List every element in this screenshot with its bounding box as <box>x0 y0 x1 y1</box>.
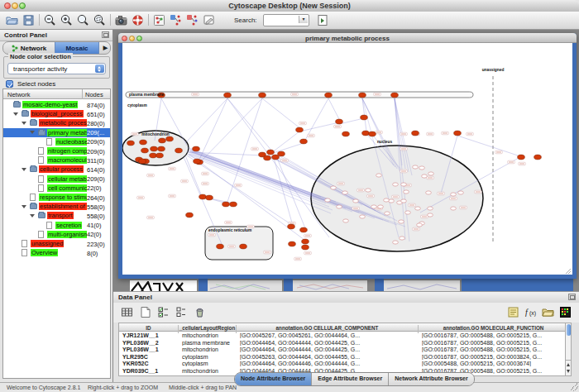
graph-node-small[interactable] <box>384 198 390 202</box>
graph-node[interactable] <box>325 93 333 98</box>
annotation-icon[interactable] <box>202 13 216 27</box>
graph-node[interactable] <box>300 139 308 144</box>
import-attributes-icon[interactable] <box>541 305 555 319</box>
attribute-batch-icon[interactable] <box>120 305 134 319</box>
tree-row[interactable]: cellular metabo209(0) <box>3 174 110 184</box>
graph-node[interactable] <box>361 115 368 120</box>
tree-row[interactable]: mosaic-demo-yeast874(0) <box>3 100 110 109</box>
graph-node[interactable] <box>224 93 232 98</box>
graph-node[interactable] <box>300 227 308 232</box>
tree-row[interactable]: primary metabo209(... <box>3 128 110 137</box>
zoom-fit-icon[interactable] <box>76 13 90 27</box>
graph-node-small[interactable] <box>376 174 382 177</box>
graph-node-small[interactable] <box>360 215 366 218</box>
graph-node-small[interactable] <box>404 190 409 194</box>
graph-node-small[interactable] <box>393 183 399 186</box>
expand-arrow-icon[interactable] <box>30 131 35 134</box>
graph-node-small[interactable] <box>428 213 433 217</box>
new-attribute-icon[interactable] <box>138 305 152 319</box>
graph-node-small[interactable] <box>378 205 384 208</box>
graph-node[interactable] <box>158 146 165 151</box>
tree-row[interactable]: transport558(0) <box>3 211 110 220</box>
tree-row[interactable]: response to stimulu264(0) <box>3 193 110 202</box>
graph-node-small[interactable] <box>426 191 432 194</box>
tree-row[interactable]: nitrogen compo209(0) <box>3 146 110 155</box>
graph-node[interactable] <box>127 141 135 146</box>
graph-node[interactable] <box>217 244 224 249</box>
scroll-up-icon[interactable] <box>567 363 570 366</box>
graph-node[interactable] <box>259 93 266 98</box>
graph-node[interactable] <box>369 131 376 136</box>
graph-node[interactable] <box>288 224 295 229</box>
tab-network[interactable]: Network <box>3 42 55 54</box>
expand-arrow-icon[interactable] <box>22 205 26 208</box>
tree-row[interactable]: multi-organism pro42(0) <box>3 230 110 239</box>
expand-arrow-icon[interactable] <box>22 168 26 171</box>
graph-node-small[interactable] <box>366 189 371 192</box>
graph-node[interactable] <box>156 153 164 158</box>
graph-node[interactable] <box>342 131 350 136</box>
scroll-down-icon[interactable] <box>567 370 570 373</box>
graph-node-small[interactable] <box>337 205 342 208</box>
graph-node-small[interactable] <box>458 191 464 194</box>
table-row[interactable]: YJR121W__1mitochondrion[GO:0045267, GO:0… <box>119 332 569 340</box>
tree-row[interactable]: establishment of lo558(0) <box>3 202 110 211</box>
graph-node[interactable] <box>194 159 201 164</box>
graph-node[interactable] <box>412 131 419 136</box>
zoom-in-icon[interactable] <box>60 13 74 27</box>
graph-node[interactable] <box>193 146 200 151</box>
graph-node-small[interactable] <box>401 183 407 186</box>
expand-arrow-icon[interactable] <box>13 112 18 116</box>
color-attribute-combobox[interactable]: transporter activity <box>7 63 106 74</box>
tab-overflow-button[interactable]: ▶ <box>99 42 112 54</box>
network-window-titlebar[interactable]: primary metabolic process <box>118 33 577 43</box>
network-overview-icon[interactable] <box>152 13 166 27</box>
data-panel-float-icon[interactable] <box>568 294 576 300</box>
tree-row[interactable]: cellular process614(0) <box>3 165 110 174</box>
graph-node[interactable] <box>223 202 230 207</box>
graph-node[interactable] <box>289 241 296 246</box>
save-icon[interactable] <box>22 13 36 27</box>
graph-node[interactable] <box>141 148 149 153</box>
graph-node[interactable] <box>391 93 399 98</box>
expand-arrow-icon[interactable] <box>30 214 35 218</box>
table-row[interactable]: YPL036W__2plasma membrane[GO:0044464, GO… <box>119 339 569 347</box>
select-nodes-checkbox[interactable] <box>6 80 13 88</box>
layout-blue-icon[interactable] <box>169 13 183 27</box>
graph-node-small[interactable] <box>417 223 423 227</box>
graph-node[interactable] <box>151 146 158 151</box>
graph-node[interactable] <box>336 119 343 124</box>
graph-node[interactable] <box>199 194 207 199</box>
search-dropdown-icon[interactable]: ▾ <box>299 16 308 23</box>
graph-node-small[interactable] <box>428 207 433 210</box>
tab-network-attribute-browser[interactable]: Network Attribute Browser <box>389 373 473 385</box>
help-icon[interactable] <box>131 13 145 27</box>
tab-mosaic[interactable]: Mosaic <box>55 42 99 54</box>
tab-edge-attribute-browser[interactable]: Edge Attribute Browser <box>312 373 389 385</box>
tree-row[interactable]: Overview8(0) <box>3 248 110 257</box>
resize-grip-icon[interactable] <box>570 383 578 391</box>
tree-row[interactable]: macromolecule311(0) <box>3 155 110 165</box>
graph-node[interactable] <box>264 155 271 160</box>
graph-node[interactable] <box>140 140 147 145</box>
graph-node[interactable] <box>267 150 275 155</box>
tree-row[interactable]: cell communicat22(0) <box>3 184 110 193</box>
table-row[interactable]: YPL036W__1mitochondrion[GO:0044464, GO:0… <box>119 347 569 354</box>
layout-red-icon[interactable] <box>185 13 199 27</box>
graph-node-small[interactable] <box>331 186 337 189</box>
graph-node-small[interactable] <box>451 193 457 196</box>
unselect-attributes-icon[interactable] <box>175 305 189 319</box>
graph-node[interactable] <box>166 136 174 141</box>
graph-node-small[interactable] <box>371 205 377 208</box>
graph-node[interactable] <box>302 245 309 250</box>
graph-node[interactable] <box>534 155 542 160</box>
graph-node[interactable] <box>296 127 304 132</box>
graph-node-small[interactable] <box>415 207 421 210</box>
select-attributes-icon[interactable] <box>156 305 170 319</box>
graph-node-small[interactable] <box>419 166 425 170</box>
expand-arrow-icon[interactable] <box>22 122 26 125</box>
notes-icon[interactable] <box>506 305 520 319</box>
graph-node[interactable] <box>159 138 166 143</box>
graph-node[interactable] <box>206 195 213 200</box>
graph-node-small[interactable] <box>353 199 359 203</box>
